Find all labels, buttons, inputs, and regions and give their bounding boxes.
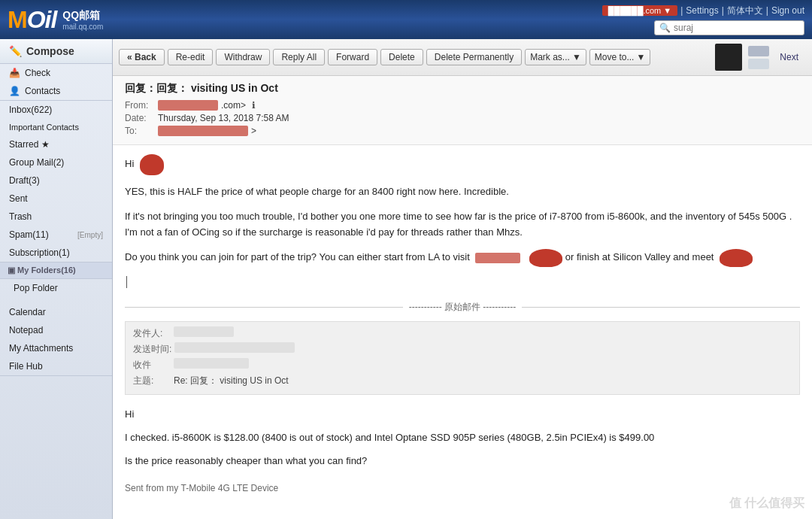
sidebar-myfolders-header[interactable]: ▣ My Folders(16) bbox=[0, 263, 112, 279]
original-subject-row: 主题: Re: 回复： visiting US in Oct bbox=[133, 374, 792, 388]
sidebar-item-attachments[interactable]: My Attachments bbox=[0, 339, 112, 357]
search-icon: 🔍 bbox=[659, 23, 671, 33]
email-from-row: From: .com> ℹ bbox=[125, 100, 800, 111]
logo-sub: QQ邮箱 mail.qq.com bbox=[62, 9, 103, 31]
body-paragraph-3: Do you think you can join for part of th… bbox=[125, 249, 800, 267]
from-label: From: bbox=[125, 100, 155, 111]
spam-empty-badge: [Empty] bbox=[77, 231, 103, 239]
from-info-icon[interactable]: ℹ bbox=[252, 100, 256, 111]
sidebar-item-starred[interactable]: Starred ★ bbox=[0, 135, 112, 153]
back-button[interactable]: « Back bbox=[119, 49, 165, 65]
inline-avatar-2 bbox=[720, 249, 753, 267]
compose-button[interactable]: ✏️ Compose bbox=[0, 39, 112, 64]
folder-expand-icon: ▣ bbox=[8, 266, 17, 275]
sidebar: ✏️ Compose 📥 Check 👤 Contacts Inbox(622) bbox=[0, 39, 113, 519]
watermark: 值 什么值得买 bbox=[729, 496, 804, 511]
nav-prev-thumb bbox=[748, 46, 769, 56]
withdraw-button[interactable]: Withdraw bbox=[216, 49, 270, 65]
contacts-icon: 👤 bbox=[9, 86, 20, 96]
body-paragraph-1: YES, this is HALF the price of what peop… bbox=[125, 184, 800, 200]
sidebar-item-filehub[interactable]: File Hub bbox=[0, 357, 112, 375]
reedit-button[interactable]: Re-edit bbox=[168, 49, 214, 65]
nav-next-thumb bbox=[748, 59, 769, 69]
original-subject-value: Re: 回复： visiting US in Oct bbox=[174, 374, 289, 388]
from-value-redacted bbox=[158, 100, 218, 111]
original-divider: ----------- 原始邮件 ----------- bbox=[125, 300, 800, 314]
avatar-preview bbox=[715, 44, 742, 71]
sidebar-item-trash[interactable]: Trash bbox=[0, 208, 112, 226]
to-label: To: bbox=[125, 126, 155, 136]
next-button[interactable]: Next bbox=[772, 50, 806, 65]
check-icon: 📥 bbox=[9, 68, 20, 78]
quoted-greeting: Hi bbox=[125, 407, 800, 423]
sidebar-item-groupmail[interactable]: Group Mail(2) bbox=[0, 153, 112, 171]
qq-label: QQ邮箱 bbox=[62, 9, 103, 23]
move-to-chevron-icon: ▼ bbox=[636, 52, 645, 62]
user-nav: ██████.com ▼ | Settings | 简体中文 | Sign ou… bbox=[602, 5, 804, 17]
email-subject: 回复：回复： visiting US in Oct bbox=[125, 82, 800, 96]
sent-from: Sent from my T-Mobile 4G LTE Device bbox=[125, 481, 800, 496]
body-greeting: Hi bbox=[125, 154, 800, 175]
quoted-paragraph-1: I checked. i5-8600K is $128.00 (8400 is … bbox=[125, 430, 800, 446]
main-layout: ✏️ Compose 📥 Check 👤 Contacts Inbox(622) bbox=[0, 39, 812, 519]
original-from-row: 发件人: bbox=[133, 326, 792, 341]
user-email: ██████.com ▼ bbox=[602, 5, 678, 16]
search-input[interactable] bbox=[674, 23, 794, 33]
move-to-button[interactable]: Move to... ▼ bbox=[589, 49, 651, 65]
settings-link[interactable]: Settings bbox=[686, 5, 718, 16]
logo-area: MOil QQ邮箱 mail.qq.com bbox=[8, 6, 103, 34]
original-from-redacted bbox=[174, 326, 234, 337]
signout-link[interactable]: Sign out bbox=[771, 5, 804, 16]
to-value-redacted bbox=[158, 126, 248, 136]
email-content: « Back Re-edit Withdraw Reply All Forwar… bbox=[113, 39, 812, 519]
search-bar: 🔍 bbox=[654, 20, 804, 35]
mark-as-button[interactable]: Mark as... ▼ bbox=[525, 49, 586, 65]
greeting-avatar bbox=[140, 154, 164, 175]
header: MOil QQ邮箱 mail.qq.com ██████.com ▼ | Set… bbox=[0, 0, 812, 39]
cursor-line bbox=[126, 276, 800, 288]
mark-as-chevron-icon: ▼ bbox=[572, 52, 581, 62]
body-paragraph-2: If it's not bringing you too much troubl… bbox=[125, 209, 800, 241]
sidebar-item-important[interactable]: Important Contacts bbox=[0, 119, 112, 135]
mail-domain: mail.qq.com bbox=[62, 23, 103, 31]
sidebar-item-spam[interactable]: Spam(11) [Empty] bbox=[0, 226, 112, 244]
sidebar-item-notepad[interactable]: Notepad bbox=[0, 321, 112, 339]
to-angle: > bbox=[251, 126, 256, 136]
original-to-row: 收件 bbox=[133, 358, 792, 372]
original-meta: 发件人: 发送时间: 收件 主题: Re: 回复： visiting US in… bbox=[125, 321, 800, 396]
sidebar-item-draft[interactable]: Draft(3) bbox=[0, 171, 112, 190]
original-to-redacted bbox=[174, 358, 249, 369]
sidebar-item-subscription[interactable]: Subscription(1) bbox=[0, 244, 112, 262]
original-date-row: 发送时间: bbox=[133, 342, 792, 357]
sidebar-item-inbox[interactable]: Inbox(622) bbox=[0, 101, 112, 119]
header-right: ██████.com ▼ | Settings | 简体中文 | Sign ou… bbox=[602, 5, 804, 35]
date-value: Thursday, Sep 13, 2018 7:58 AM bbox=[158, 113, 289, 123]
email-to-row: To: > bbox=[125, 126, 800, 136]
from-domain: .com> bbox=[221, 100, 246, 111]
compose-label: Compose bbox=[26, 45, 74, 57]
delete-permanently-button[interactable]: Delete Permanently bbox=[426, 49, 522, 65]
sidebar-item-calendar[interactable]: Calendar bbox=[0, 303, 112, 321]
delete-button[interactable]: Delete bbox=[380, 49, 423, 65]
inline-avatar-1 bbox=[529, 249, 562, 267]
email-date-row: Date: Thursday, Sep 13, 2018 7:58 AM bbox=[125, 113, 800, 123]
redacted-name-1 bbox=[475, 253, 520, 263]
reply-all-button[interactable]: Reply All bbox=[273, 49, 325, 65]
sidebar-item-check[interactable]: 📥 Check bbox=[0, 64, 112, 82]
sidebar-item-sent[interactable]: Sent bbox=[0, 190, 112, 208]
toolbar: « Back Re-edit Withdraw Reply All Forwar… bbox=[113, 39, 812, 76]
sidebar-item-contacts[interactable]: 👤 Contacts bbox=[0, 82, 112, 100]
compose-icon: ✏️ bbox=[9, 45, 22, 57]
sidebar-item-popfolder[interactable]: Pop Folder bbox=[0, 279, 112, 297]
quoted-body: Hi I checked. i5-8600K is $128.00 (8400 … bbox=[125, 401, 800, 469]
email-header: 回复：回复： visiting US in Oct From: .com> ℹ … bbox=[113, 76, 812, 145]
logo: MOil bbox=[8, 6, 56, 34]
quoted-paragraph-2: Is the price reasonably cheaper than wha… bbox=[125, 454, 800, 469]
original-date-redacted bbox=[174, 342, 295, 353]
date-label: Date: bbox=[125, 113, 155, 123]
email-body: Hi YES, this is HALF the price of what p… bbox=[113, 145, 812, 519]
language-link[interactable]: 简体中文 bbox=[727, 5, 763, 17]
forward-button[interactable]: Forward bbox=[328, 49, 377, 65]
